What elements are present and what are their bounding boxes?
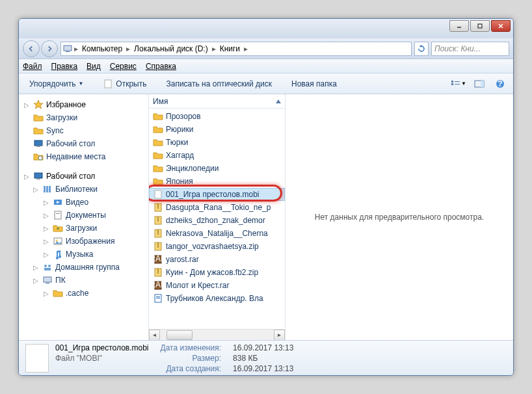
menu-file[interactable]: Файл [23, 62, 42, 71]
svg-text:RAR: RAR [153, 254, 163, 263]
file-item[interactable]: RARyarost.rar [149, 253, 285, 266]
svg-rect-45 [157, 269, 159, 274]
view-button[interactable]: ▼ [451, 77, 466, 91]
sidebar-item-label: Документы [66, 211, 106, 220]
breadcrumb-item[interactable]: Компьютер [79, 43, 125, 55]
file-name: Тюрки [166, 138, 188, 147]
chevron-down-icon: ▷ [24, 101, 31, 109]
chevron-right-icon: ▸ [212, 44, 216, 53]
burn-button[interactable]: Записать на оптический диск [161, 77, 277, 90]
folder-item[interactable]: Тюрки [149, 136, 285, 149]
maximize-button[interactable] [470, 20, 490, 32]
file-item[interactable]: Трубников Александр. Вла [149, 292, 285, 305]
star-icon [33, 99, 44, 110]
sidebar-item-label: Домашняя группа [55, 263, 120, 272]
back-button[interactable] [23, 40, 40, 57]
sidebar-item-recent[interactable]: Недавние места [19, 150, 148, 163]
recent-icon [33, 151, 44, 162]
sidebar-item[interactable]: ▷Домашняя группа [19, 261, 148, 274]
file-name: Япония [166, 177, 193, 186]
file-item[interactable]: RARМолот и Крест.rar [149, 279, 285, 292]
chevron-icon: ▷ [44, 238, 50, 245]
menu-edit[interactable]: Правка [51, 62, 78, 71]
sidebar-item-sync[interactable]: Sync [19, 124, 148, 137]
file-item[interactable]: 001_Игра престолов.mobi [149, 188, 285, 201]
folder-icon [33, 125, 44, 136]
sidebar-favorites[interactable]: ▷ Избранное [19, 98, 148, 111]
sidebar-item[interactable]: ▷Видео [19, 196, 148, 209]
status-created-value: 16.09.2017 13:13 [233, 364, 293, 373]
svg-point-29 [48, 265, 51, 267]
sidebar-item[interactable]: ▷Изображения [19, 235, 148, 248]
status-filename: 001_Игра престолов.mobi [55, 343, 149, 352]
sidebar-item[interactable]: ▷.cache [19, 287, 148, 300]
sidebar-item[interactable]: ▷Музыка [19, 248, 148, 261]
file-name: Dasgupta_Rana__Tokio_ne_p [166, 203, 271, 212]
file-item[interactable]: tangor_vozvrashaetsya.zip [149, 240, 285, 253]
organize-button[interactable]: Упорядочить ▼ [24, 77, 88, 90]
chevron-down-icon: ▷ [24, 173, 31, 180]
sidebar: ▷ Избранное Загрузки Sync Рабочий стол Н… [19, 94, 149, 340]
svg-text:?: ? [498, 79, 502, 88]
breadcrumb-item[interactable]: Книги [217, 43, 243, 55]
folder-item[interactable]: Энциклопедии [149, 162, 285, 175]
sidebar-item[interactable]: ▷Загрузки [19, 222, 148, 235]
breadcrumb[interactable]: ▸ Компьютер ▸ Локальный диск (D:) ▸ Книг… [60, 42, 412, 56]
folder-item[interactable]: Прозоров [149, 110, 285, 123]
sidebar-item[interactable]: ▷Библиотеки [19, 183, 148, 196]
sidebar-item[interactable]: ▷ПК [19, 274, 148, 287]
svg-rect-12 [481, 81, 484, 87]
chevron-icon: ▷ [44, 199, 50, 206]
file-name: Рюрики [166, 125, 193, 134]
file-item[interactable]: Dasgupta_Rana__Tokio_ne_p [149, 201, 285, 214]
help-button[interactable]: ? [492, 77, 508, 91]
svg-rect-21 [46, 186, 48, 192]
file-name: Энциклопедии [166, 164, 219, 173]
forward-button[interactable] [41, 40, 58, 57]
file-item[interactable]: dzheiks_dzhon_znak_demor [149, 214, 285, 227]
folder-item[interactable]: Хаггард [149, 149, 285, 162]
svg-rect-1 [478, 24, 482, 28]
svg-rect-37 [157, 217, 159, 222]
sidebar-item-desktop[interactable]: Рабочий стол [19, 137, 148, 150]
sidebar-item-label: ПК [55, 276, 66, 285]
file-icon [103, 79, 113, 89]
sidebar-desktop-root[interactable]: ▷ Рабочий стол [19, 170, 148, 183]
svg-rect-30 [44, 268, 51, 270]
file-name: Куин - Дом ужасов.fb2.zip [166, 268, 258, 277]
scroll-thumb[interactable] [166, 330, 193, 340]
scroll-left-button[interactable]: ◄ [149, 330, 160, 341]
close-button[interactable] [491, 20, 511, 32]
svg-rect-19 [36, 179, 40, 179]
open-button[interactable]: Открыть [98, 77, 152, 91]
sidebar-item[interactable]: ▷Документы [19, 209, 148, 222]
svg-rect-24 [55, 211, 61, 219]
minimize-button[interactable] [449, 20, 469, 32]
breadcrumb-item[interactable]: Локальный диск (D:) [131, 43, 211, 55]
file-list: ПрозоровРюрикиТюркиХаггардЭнциклопедииЯп… [149, 109, 285, 329]
search-input[interactable]: Поиск: Кни... [431, 42, 509, 56]
refresh-button[interactable] [414, 42, 429, 56]
horizontal-scrollbar[interactable]: ◄ ► [149, 329, 285, 340]
menu-tools[interactable]: Сервис [110, 62, 137, 71]
folder-item[interactable]: Япония [149, 175, 285, 188]
file-name: Nekrasova_Natalija__Cherna [166, 229, 268, 238]
menu-help[interactable]: Справка [146, 62, 176, 71]
chevron-icon: ▷ [33, 277, 40, 284]
scroll-right-button[interactable]: ► [274, 330, 285, 341]
body: ▷ Избранное Загрузки Sync Рабочий стол Н… [19, 94, 513, 340]
column-header-name[interactable]: Имя [149, 94, 285, 109]
sidebar-item-downloads[interactable]: Загрузки [19, 111, 148, 124]
file-item[interactable]: Nekrasova_Natalija__Cherna [149, 227, 285, 240]
file-name: Молот и Крест.rar [166, 281, 229, 290]
menu-view[interactable]: Вид [86, 62, 101, 71]
new-folder-button[interactable]: Новая папка [286, 77, 342, 90]
chevron-icon: ▷ [44, 225, 50, 232]
preview-pane-button[interactable] [472, 77, 487, 91]
sidebar-label: Избранное [46, 100, 86, 109]
file-name: tangor_vozvrashaetsya.zip [166, 242, 259, 251]
svg-rect-7 [451, 81, 453, 83]
status-size-value: 838 КБ [233, 354, 293, 363]
file-item[interactable]: Куин - Дом ужасов.fb2.zip [149, 266, 285, 279]
folder-item[interactable]: Рюрики [149, 123, 285, 136]
